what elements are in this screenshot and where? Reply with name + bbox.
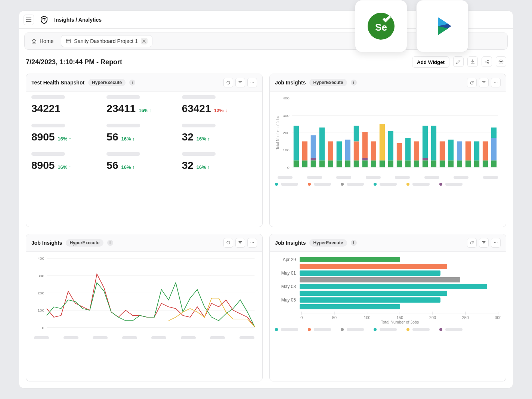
edit-button[interactable] [453,56,464,67]
filter-button[interactable] [479,238,489,248]
legend-item [275,328,298,331]
svg-text:300: 300 [38,274,44,278]
add-widget-button[interactable]: Add Widget [412,56,449,68]
kpi-delta: 16% ↑ [121,136,134,142]
refresh-button[interactable] [467,238,477,248]
x-skeleton [275,176,501,179]
refresh-button[interactable] [467,78,477,87]
info-icon[interactable]: i [107,240,113,246]
svg-rect-54 [414,141,419,160]
filter-button[interactable] [235,78,245,87]
kpi-value: 23411 [106,103,136,115]
tab-home[interactable]: Home [27,36,58,46]
filter-button[interactable] [479,78,489,87]
svg-rect-70 [483,160,488,167]
hbar-axis: 050100150200250300Total Number of Jobs [275,311,501,324]
refresh-icon [226,80,231,85]
close-icon [142,40,146,43]
panel-jih-badge: HyperExecute [309,239,347,247]
svg-rect-26 [311,160,316,167]
share-icon [484,59,489,64]
menu-button[interactable] [24,15,34,25]
info-icon[interactable]: i [351,240,357,246]
download-button[interactable] [467,56,478,67]
kpi-value: 8905 [31,160,55,171]
svg-rect-66 [466,160,471,167]
svg-rect-42 [362,132,368,158]
kpi-delta: 16% ↑ [58,136,71,142]
filter-icon [238,80,242,85]
legend-item [406,328,430,331]
svg-text:0: 0 [42,326,44,330]
svg-rect-45 [380,160,385,167]
more-button[interactable] [491,238,501,248]
svg-rect-43 [371,160,376,167]
svg-rect-24 [302,160,307,167]
kpi-value: 34221 [31,103,61,115]
kpi-item: 890516% ↑ [31,152,106,171]
svg-point-3 [488,62,489,64]
legend-item [439,183,463,186]
svg-rect-36 [345,140,350,161]
svg-rect-53 [414,160,419,167]
panel-jil-title: Job Insights [31,240,62,246]
svg-rect-47 [388,160,393,167]
svg-rect-69 [474,141,479,160]
info-icon[interactable]: i [129,80,135,86]
hbar-row: May 01 [275,270,501,276]
hbar-row: May 05 [275,297,501,303]
svg-rect-34 [337,141,342,160]
kpi-value: 32 [182,131,194,143]
svg-rect-68 [474,160,479,167]
svg-rect-67 [466,141,471,160]
svg-point-1 [485,61,486,62]
svg-rect-35 [345,160,350,167]
filter-button[interactable] [235,238,245,248]
svg-rect-41 [362,158,368,160]
kpi-value: 8905 [31,131,55,143]
refresh-button[interactable] [223,78,233,87]
svg-rect-65 [457,141,462,160]
legend-item [308,183,331,186]
more-icon [250,80,254,85]
share-button[interactable] [482,56,492,67]
svg-rect-27 [311,158,316,160]
panel-jih-title: Job Insights [275,240,306,246]
svg-text:400: 400 [38,257,44,260]
svg-text:250: 250 [462,316,469,320]
kpi-delta: 16% ↑ [58,164,71,170]
tab-dashboard[interactable]: Sanity Dashboard Project 1 [61,35,152,47]
legend-item [374,328,397,331]
info-icon[interactable]: i [351,80,357,86]
filter-icon [482,80,486,85]
svg-rect-30 [319,127,325,160]
more-button[interactable] [491,78,501,87]
kpi-value: 56 [106,160,118,171]
integration-badges: Se [355,0,468,52]
kpi-item: 3216% ↑ [182,124,257,143]
hbar-label [275,291,296,296]
panel-job-insights-line: Job Insights HyperExecute i 010020030040… [26,234,263,382]
hbar-row [275,291,501,296]
tab-close-button[interactable] [141,38,148,44]
more-button[interactable] [247,238,257,248]
more-button[interactable] [247,78,257,87]
svg-text:50: 50 [332,316,337,320]
settings-button[interactable] [496,56,506,67]
panel-job-insights-bar: Job Insights HyperExecute i 010020030040… [269,74,506,227]
legend-item [374,183,397,186]
refresh-icon [470,240,474,245]
svg-rect-73 [491,138,497,160]
svg-text:150: 150 [396,316,403,320]
brand-logo [39,15,49,25]
kpi-delta: 16% ↑ [197,136,210,142]
svg-point-6 [252,82,253,83]
svg-text:200: 200 [283,131,290,135]
legend-item [341,328,364,331]
page-title: 7/24/2023, 1:10:44 PM - Report [26,58,122,66]
page-actions: Add Widget [412,56,506,68]
svg-rect-44 [371,141,376,160]
selenium-icon: Se [365,10,397,42]
refresh-button[interactable] [223,238,233,248]
svg-rect-28 [311,135,316,158]
